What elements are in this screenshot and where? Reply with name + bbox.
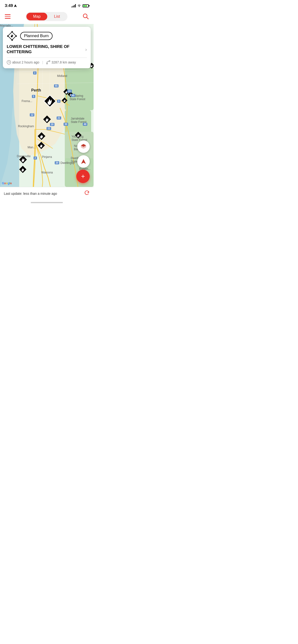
- road-22: 22: [47, 127, 51, 130]
- midland-label: Midland: [57, 74, 67, 78]
- pinjarra-label: Pinjarra: [42, 155, 52, 158]
- svg-marker-40: [81, 159, 86, 164]
- add-icon: +: [81, 172, 85, 180]
- road-55: 55: [54, 84, 59, 88]
- fire-marker-13[interactable]: [37, 141, 45, 150]
- wifi-icon: [77, 4, 81, 7]
- footer: Last update: less than a minute ago: [0, 187, 94, 200]
- add-button[interactable]: +: [76, 170, 90, 183]
- road-20b: 20: [55, 161, 59, 164]
- location-chevron-icon: ›: [85, 47, 87, 52]
- refresh-icon: [84, 190, 90, 196]
- route-icon: [46, 60, 50, 64]
- road-40a: 40: [71, 94, 75, 97]
- search-button[interactable]: [82, 12, 90, 21]
- road-41: 41: [67, 90, 72, 93]
- info-card-header: Planned Burn: [7, 31, 87, 41]
- search-icon: [83, 13, 89, 20]
- info-card-meta: about 2 hours ago | 3287.8 km away: [7, 60, 87, 64]
- map-tab[interactable]: Map: [26, 13, 47, 20]
- signal-icon: [72, 4, 76, 8]
- road-40b: 40: [83, 123, 87, 126]
- nav-bar: Map List: [0, 10, 94, 24]
- distance-meta: 3287.8 km away: [46, 60, 76, 64]
- road-5: 5: [32, 95, 35, 98]
- layers-button[interactable]: [77, 140, 90, 153]
- navigation-icon: [80, 158, 87, 164]
- menu-button[interactable]: [4, 14, 12, 20]
- road-12: 12: [30, 113, 34, 116]
- google-logo: Google: [2, 182, 12, 185]
- fire-hazmat-icon: [7, 31, 17, 41]
- waroona-label: Waroona: [41, 171, 53, 174]
- dawesville-label: Dawesville: [17, 154, 31, 158]
- info-card-location[interactable]: LOWER CHITTERING, SHIRE OF CHITTERING ›: [7, 44, 87, 58]
- location-button[interactable]: [77, 155, 90, 168]
- status-icons: ⚡: [72, 4, 89, 8]
- clock-icon: [7, 60, 11, 64]
- mandurah-label: Man...: [28, 146, 36, 149]
- status-bar: 3:49 ⚡: [0, 0, 94, 10]
- info-card: Planned Burn LOWER CHITTERING, SHIRE OF …: [3, 27, 91, 68]
- road-30: 30: [64, 123, 68, 126]
- time-meta: about 2 hours ago: [7, 60, 39, 64]
- distance-text: 3287.8 km away: [52, 60, 76, 64]
- status-time: 3:49: [5, 3, 17, 8]
- layers-icon: [80, 144, 87, 150]
- perth-label: Perth: [31, 88, 41, 92]
- location-line2: CHITTERING: [7, 49, 70, 54]
- location-line1: LOWER CHITTERING, SHIRE OF: [7, 44, 70, 49]
- road-21: 21: [57, 116, 61, 120]
- time-ago-text: about 2 hours ago: [12, 60, 39, 64]
- road-20a: 20: [50, 123, 54, 126]
- battery-icon: ⚡: [83, 4, 89, 8]
- map-container[interactable]: Planned Burn LOWER CHITTERING, SHIRE OF …: [0, 24, 94, 187]
- meta-divider: |: [42, 60, 43, 64]
- last-update-text: Last update: less than a minute ago: [4, 192, 57, 196]
- fire-marker-11[interactable]: [43, 115, 51, 124]
- fire-marker-10[interactable]: [61, 97, 68, 104]
- rockingham-label: Rockingham: [18, 124, 34, 128]
- road-3a: 3: [33, 72, 37, 74]
- refresh-button[interactable]: [84, 190, 90, 197]
- fire-marker-12[interactable]: [37, 132, 46, 140]
- list-tab[interactable]: List: [47, 13, 67, 20]
- road-3b: 3: [57, 100, 60, 103]
- map-controls: [77, 140, 90, 168]
- view-toggle: Map List: [26, 12, 67, 21]
- home-bar: [31, 202, 63, 203]
- fremantle-label: Frema...: [22, 100, 32, 103]
- fire-marker-selected[interactable]: [43, 94, 57, 108]
- svg-point-1: [79, 6, 80, 7]
- svg-marker-0: [14, 4, 17, 7]
- location-active-icon: [14, 4, 17, 7]
- svg-line-3: [87, 17, 88, 19]
- fire-marker-16[interactable]: [19, 165, 27, 174]
- planned-burn-badge: Planned Burn: [20, 32, 53, 40]
- road-2: 2: [34, 156, 37, 160]
- home-indicator: [0, 200, 94, 204]
- time-display: 3:49: [5, 3, 13, 8]
